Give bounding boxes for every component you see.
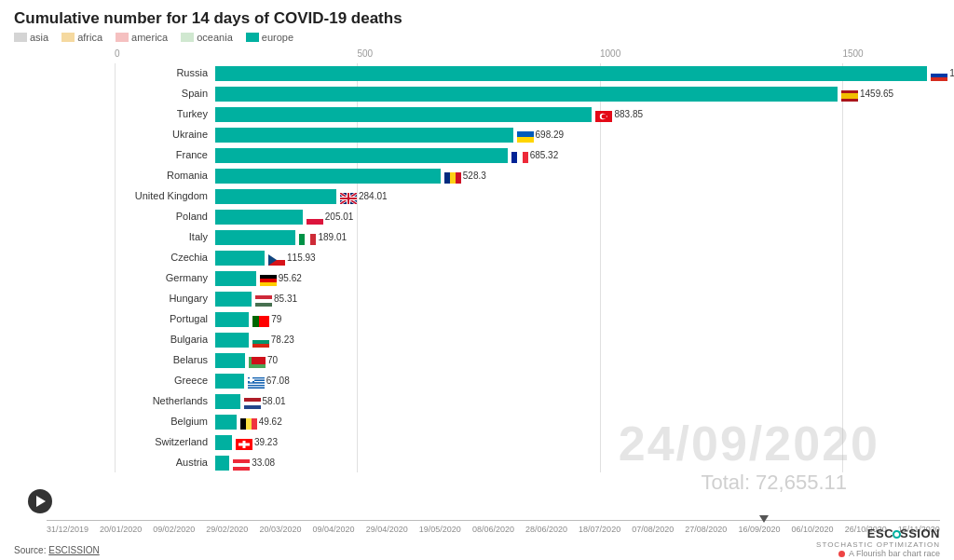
country-label: Poland [115,207,208,226]
svg-rect-72 [233,463,250,467]
country-label: Czechia [115,248,208,267]
flag-icon [240,417,257,428]
flag-icon [255,294,272,305]
bar-value: 33.08 [252,456,275,471]
bars-area: Russia 1670.02 Spain 1459.65 Turkey 883.… [115,63,940,472]
bar-row: Austria 33.08 [215,453,940,472]
country-label: France [115,145,208,165]
flag-icon [252,335,269,346]
svg-rect-63 [244,402,261,405]
bar-row: Belarus 70 [215,350,940,370]
svg-rect-15 [444,172,450,184]
timeline-label: 27/08/2020 [685,525,727,534]
total-overlay: Total: 72,655.11 [701,471,847,495]
svg-rect-41 [252,316,259,327]
flag-icon [931,68,947,79]
legend: asia africa america oceania europe [14,32,940,43]
flag-icon [511,150,528,161]
legend-label-europe: europe [262,32,293,43]
country-label: Italy [115,227,208,247]
timeline-line [47,520,940,521]
legend-swatch-asia [14,33,27,42]
source-text: Source: ESCISSION [14,545,100,555]
svg-rect-17 [456,172,461,184]
country-label: Hungary [115,289,208,308]
legend-item-africa: africa [61,32,102,43]
svg-rect-44 [252,340,269,344]
bar-value: 528.3 [463,169,486,184]
bar-row: Romania 528.3 [215,166,940,185]
flag-icon [233,458,250,469]
svg-rect-12 [511,152,517,163]
flag-icon [299,232,316,243]
svg-rect-56 [248,384,265,385]
flag-icon [595,109,612,120]
source-link[interactable]: ESCISSION [48,545,99,555]
timeline-container: 31/12/201920/01/202009/02/202029/02/2020… [14,506,940,534]
svg-rect-43 [252,336,269,340]
bar-value: 78.23 [271,333,294,348]
bar: 115.93 [215,251,265,266]
bar-value: 58.01 [263,394,286,409]
timeline-label: 19/05/2020 [419,525,461,534]
bar-value: 115.93 [287,251,316,266]
bar-row: Portugal 79 [215,309,940,329]
legend-swatch-europe [246,33,259,42]
bar: 284.01 [215,189,336,204]
legend-item-america: america [116,32,168,43]
svg-rect-65 [240,418,246,430]
chart-title: Cumulative number for 14 days of COVID-1… [14,9,940,28]
svg-rect-54 [248,382,265,383]
svg-rect-2 [931,77,947,81]
svg-rect-57 [248,386,265,387]
bar-value: 39.23 [254,435,278,450]
country-label: Greece [115,371,208,390]
svg-rect-31 [310,234,316,245]
bar-value: 1670.02 [949,66,954,81]
bar-row: Hungary 85.31 [215,289,940,308]
bar-row: Germany 95.62 [215,268,940,288]
bar-row: Bulgaria 78.23 [215,330,940,349]
country-label: Portugal [115,309,208,329]
flag-icon [340,191,357,202]
axis-label-1500: 1500 [842,48,863,59]
country-label: Romania [115,166,208,185]
country-label: Bulgaria [115,330,208,349]
country-label: Switzerland [115,432,208,452]
svg-rect-4 [841,93,858,99]
bar: 883.85 [215,107,592,122]
timeline-label: 29/02/2020 [206,525,248,534]
timeline-label: 09/04/2020 [313,525,355,534]
svg-rect-36 [260,279,277,282]
svg-rect-28 [307,219,323,225]
svg-rect-11 [517,137,534,143]
flag-icon [244,396,261,407]
bar-value: 189.01 [318,230,347,245]
play-button[interactable] [28,489,52,513]
flag-icon [248,376,265,387]
svg-rect-5 [841,99,858,102]
bar-value: 85.31 [274,292,297,307]
legend-item-asia: asia [14,32,48,43]
svg-rect-73 [233,467,250,471]
bar-race-label: A Flourish bar chart race [849,549,940,558]
svg-rect-0 [931,70,947,74]
flag-icon [249,355,266,366]
svg-rect-45 [252,344,269,348]
country-label: Netherlands [115,391,208,411]
svg-rect-62 [244,398,261,402]
svg-rect-27 [307,213,323,219]
bar: 79 [215,312,249,327]
bar-row: Czechia 115.93 [215,248,940,267]
svg-rect-61 [248,378,254,381]
bar-row: Belgium 49.62 [215,412,940,431]
legend-label-oceania: oceania [197,32,233,43]
svg-rect-3 [841,90,858,93]
play-icon [36,496,46,507]
bar-row: United Kingdom 284.01 [215,186,940,206]
axis-label-1000: 1000 [600,48,620,59]
bar-value: 883.85 [614,107,643,122]
bar-value: 205.01 [325,210,354,225]
svg-rect-13 [517,152,523,163]
country-label: Belgium [115,412,208,431]
